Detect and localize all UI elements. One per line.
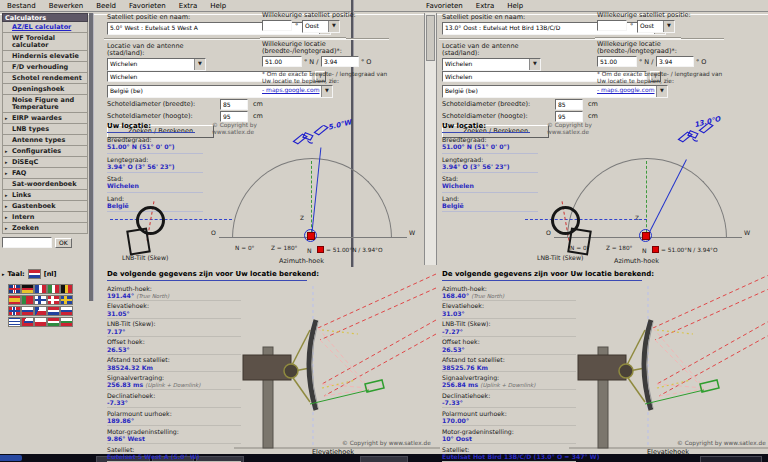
sidebar-item-antenne-types[interactable]: Antenne types [2,135,88,146]
chevron-down-icon[interactable]: ▼ [656,86,667,97]
lnb-feedhorn-icon [567,228,592,256]
chevron-down-icon[interactable]: ▼ [321,86,332,97]
latitude-input[interactable] [597,56,637,67]
flag-hu-icon[interactable] [47,317,60,327]
location-row-latitude: Breedtegraad: 51.00° N (51° 0' 0") [442,134,538,154]
sidebar-item-label: Configuraties [12,148,61,155]
dish-width-input[interactable] [220,99,248,110]
chevron-right-icon [5,170,10,177]
sidebar-item-sat-woordenboek[interactable]: Sat-woordenboek [2,179,88,190]
sidebar-item-wf-toroidal-calculator[interactable]: WF Toroidal calculator [2,33,88,51]
flag-dk-icon[interactable] [47,295,60,305]
frame-divider[interactable] [89,13,94,301]
elevation-axis-label: Elevatiehoek [312,448,354,456]
flag-se-icon[interactable] [60,295,73,305]
flag-bg-icon[interactable] [60,317,73,327]
menu-bestand[interactable]: Bestand [2,2,41,10]
maps-google-link[interactable]: - maps.google.com [597,86,654,93]
flag-gr-icon[interactable] [8,317,21,327]
south-angle-label: Z = 180° [271,245,297,251]
flag-fi-icon[interactable] [34,295,47,305]
sidebar-item-faq[interactable]: FAQ [2,168,88,179]
antenna-location-label-2: (stad/land): [107,50,145,57]
latitude-input[interactable] [262,56,302,67]
flag-pt-icon[interactable] [21,295,34,305]
calculator-panel-1: Satelliet positie en naam: 5.0° West : E… [102,0,434,462]
country-value: België [442,202,538,209]
latitude-label: Breedtegraad: [107,136,203,143]
flag-gb-icon[interactable] [8,284,21,294]
longitude-input[interactable] [321,56,359,67]
maps-google-link[interactable]: - maps.google.com [262,86,319,93]
result-value: -7.27° [442,328,463,335]
result-value: 9.86° West [107,435,145,442]
result-value: 31.03° [442,310,465,317]
latitude-value: 51.00° N (51° 0' 0") [107,143,203,150]
flag-nl-icon [28,269,41,279]
flag-cz-icon[interactable] [34,306,47,316]
sidebar-item-openingshoek[interactable]: Openingshoek [2,84,88,95]
result-label: Polarmount uurhoek: [442,410,576,418]
arbitrary-location-label-2: (breedte-/lengtegraad)*: [262,48,342,55]
sidebar-item-gastenboek[interactable]: Gastenboek [2,201,88,212]
longitude-input[interactable] [656,56,694,67]
sidebar-item-diseqc[interactable]: DiSEqC [2,157,88,168]
sidebar-item-links[interactable]: Links [2,190,88,201]
dish-height-input[interactable] [555,111,583,122]
dish-height-label: Schoteldiameter (hoogte): [107,113,193,120]
chevron-down-icon[interactable]: ▼ [663,21,674,32]
coordinates-note: * Om de exacte breedte- / lengtegraad va… [597,71,727,85]
sidebar-item-lnb-types[interactable]: LNB types [2,124,88,135]
search-ok-button[interactable]: OK [55,238,72,248]
flag-es-icon[interactable] [8,295,21,305]
sidebar-item-intern[interactable]: Intern [2,212,88,223]
copyright-line-1: © Copyright by [547,122,592,129]
result-row-azimuth: Azimuth-hoek: 168.40° (True North) [442,283,576,301]
city-label: Stad: [107,175,203,182]
sidebar-item-f-d-verhouding[interactable]: F/D verhouding [2,62,88,73]
flag-pl-icon[interactable] [34,317,47,327]
arbitrary-satellite-input[interactable] [262,20,292,31]
direction-select[interactable]: Oost ▼ [637,20,675,33]
sidebar-item-schotel-rendement[interactable]: Schotel rendement [2,73,88,84]
country-label: Land: [442,195,538,202]
spacer [5,64,10,71]
lnb-tilt-label: LNB-Tilt (Skew) [537,254,617,261]
sidebar-header-calculators[interactable]: Calculators [2,13,88,22]
sidebar-item-configuraties[interactable]: Configuraties [2,146,88,157]
arbitrary-satellite-input[interactable] [597,20,627,31]
flag-si-icon[interactable] [60,306,73,316]
satellite-select-value: 13.0° Oost : Eutelsat Hot Bird 13B/C/D [445,24,560,31]
flag-it-icon[interactable] [47,284,60,294]
chevron-down-icon[interactable]: ▼ [529,59,540,70]
sidebar-item-zoeken[interactable]: Zoeken [2,223,88,234]
direction-select[interactable]: Oost ▼ [302,20,340,33]
search-input[interactable] [2,237,52,248]
flag-no-icon[interactable] [8,306,21,316]
sidebar-item-az-el-calculator[interactable]: AZ/EL calculator [2,22,88,33]
sidebar-item-eirp-waardes[interactable]: EIRP waardes [2,113,88,124]
menu-bewerken[interactable]: Bewerken [44,2,89,10]
result-value: Eutelsat Hot Bird 13B/C/D (13.0° O = 347… [442,453,599,460]
city-select[interactable]: Wichelen ▼ [442,58,541,71]
flag-fr-icon[interactable] [34,284,47,294]
copyright-line-2[interactable]: www.satlex.de [547,129,592,136]
chevron-down-icon[interactable]: ▼ [194,59,205,70]
dish-width-input[interactable] [555,99,583,110]
flag-be-icon[interactable] [60,284,73,294]
flag-sk-icon[interactable] [21,317,34,327]
form-divider [260,37,346,39]
city-select[interactable]: Wichelen ▼ [107,58,206,71]
coordinates-note: * Om de exacte breedte- / lengtegraad va… [262,71,392,85]
copyright-line-2[interactable]: www.satlex.de [212,129,257,136]
flag-ru-icon[interactable] [21,306,34,316]
sidebar-item-hindernis-elevatie[interactable]: Hindernis elevatie [2,51,88,62]
dish-height-input[interactable] [220,111,248,122]
start-button[interactable] [0,455,22,461]
flag-de-icon[interactable] [21,284,34,294]
legend-text: = 51.00°N / 3.94°O [661,247,718,253]
result-value: 256.83 ms [107,381,143,388]
flag-hr-icon[interactable] [47,306,60,316]
sidebar-item-noise-figure-and-temperature[interactable]: Noise Figure and Temperature [2,95,88,113]
chevron-down-icon[interactable]: ▼ [328,21,339,32]
